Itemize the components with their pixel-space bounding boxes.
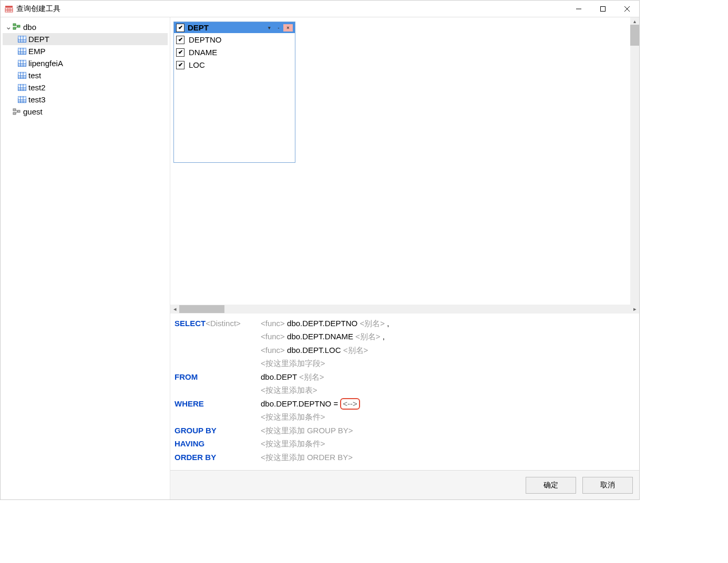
add-groupby-hint[interactable]: <按这里添加 GROUP BY>: [261, 424, 635, 437]
query-builder-window: 查询创建工具 ⌄ dbo DEPT EMP: [0, 0, 640, 500]
scrollbar-thumb[interactable]: [179, 305, 224, 313]
orderby-keyword[interactable]: ORDER BY: [175, 451, 261, 464]
alias-hint[interactable]: <别名>: [299, 372, 324, 381]
design-canvas[interactable]: ✔ DEPT ▾ - × ✔ DEPTNO: [170, 17, 639, 305]
scroll-left-icon[interactable]: ◂: [170, 305, 179, 314]
groupby-keyword[interactable]: GROUP BY: [175, 424, 261, 437]
scrollbar-thumb[interactable]: [630, 25, 639, 46]
where-field[interactable]: dbo.DEPT.DEPTNO: [261, 399, 331, 408]
add-field-hint[interactable]: <按这里添加字段>: [261, 357, 635, 370]
from-table[interactable]: dbo.DEPT: [261, 372, 297, 381]
svg-rect-11: [13, 27, 16, 29]
main-area: ✔ DEPT ▾ - × ✔ DEPTNO: [170, 17, 639, 499]
tree-item-emp[interactable]: EMP: [3, 45, 168, 57]
from-table-row[interactable]: dbo.DEPT <别名>: [261, 370, 635, 384]
add-having-hint[interactable]: <按这里添加条件>: [261, 437, 635, 451]
where-op[interactable]: =: [333, 399, 340, 408]
alias-hint[interactable]: <别名>: [360, 319, 385, 328]
add-table-hint[interactable]: <按这里添加表>: [261, 383, 635, 397]
sql-groupby-row: GROUP BY <按这里添加 GROUP BY>: [175, 424, 635, 437]
maximize-button[interactable]: [591, 1, 615, 17]
sql-select-row: SELECT<Distinct> <func> dbo.DEPT.DEPTNO …: [175, 317, 635, 370]
tree-item-label: test2: [28, 83, 46, 92]
tree-item-test[interactable]: test: [3, 69, 168, 81]
schema-icon: [12, 108, 22, 116]
where-keyword[interactable]: WHERE: [175, 397, 261, 424]
window-controls: [567, 1, 639, 17]
distinct-hint[interactable]: <Distinct>: [206, 319, 241, 328]
column-name: DEPTNO: [189, 35, 222, 44]
svg-rect-51: [13, 109, 16, 111]
alias-hint[interactable]: <别名>: [343, 346, 368, 355]
table-box-header[interactable]: ✔ DEPT ▾ - ×: [174, 22, 295, 33]
select-field[interactable]: dbo.DEPT.LOC: [287, 346, 341, 355]
ok-button[interactable]: 确定: [526, 477, 576, 494]
tree-item-label: test3: [28, 95, 46, 104]
select-keyword[interactable]: SELECT<Distinct>: [175, 317, 261, 370]
column-row[interactable]: ✔ DEPTNO: [174, 33, 295, 46]
table-icon: [17, 48, 27, 55]
footer: 确定 取消: [170, 470, 639, 499]
where-value-placeholder[interactable]: <-->: [340, 398, 360, 410]
tree-root-dbo[interactable]: ⌄ dbo: [3, 20, 168, 33]
tree-item-lipengfeia[interactable]: lipengfeiA: [3, 57, 168, 69]
column-name: LOC: [189, 60, 205, 69]
table-box-min-icon[interactable]: -: [274, 24, 283, 32]
table-box-menu-icon[interactable]: ▾: [264, 24, 274, 32]
close-button[interactable]: [615, 1, 639, 17]
sql-having-row: HAVING <按这里添加条件>: [175, 437, 635, 451]
svg-rect-40: [18, 85, 26, 86]
titlebar: 查询创建工具: [1, 1, 639, 17]
add-orderby-hint[interactable]: <按这里添加 ORDER BY>: [261, 451, 635, 464]
tree-item-dept[interactable]: DEPT: [3, 33, 168, 45]
table-box-close-icon[interactable]: ×: [283, 24, 293, 32]
scrollbar-track[interactable]: [179, 305, 630, 314]
having-keyword[interactable]: HAVING: [175, 437, 261, 451]
svg-rect-22: [18, 48, 26, 50]
tree-item-label: test: [28, 71, 41, 80]
svg-rect-7: [601, 6, 606, 11]
tree-item-guest[interactable]: guest: [3, 106, 168, 118]
add-condition-hint[interactable]: <按这里添加条件>: [261, 410, 635, 424]
sql-where-row: WHERE dbo.DEPT.DEPTNO = <--> <按这里添加条件>: [175, 397, 635, 424]
table-icon: [17, 84, 27, 91]
tree-root-label: dbo: [23, 23, 36, 32]
minimize-button[interactable]: [567, 1, 591, 17]
horizontal-scrollbar[interactable]: ◂ ▸: [170, 305, 639, 314]
func-hint[interactable]: <func>: [261, 346, 285, 355]
svg-rect-0: [5, 6, 13, 7]
select-field-row[interactable]: <func> dbo.DEPT.LOC <别名>: [261, 343, 635, 357]
scroll-up-icon[interactable]: ▴: [630, 17, 639, 25]
alias-hint[interactable]: <别名>: [355, 332, 381, 341]
vertical-scrollbar[interactable]: ▴: [630, 17, 639, 305]
tree-item-label: guest: [23, 107, 43, 116]
from-keyword[interactable]: FROM: [175, 370, 261, 397]
select-field-row[interactable]: <func> dbo.DEPT.DNAME <别名> ,: [261, 330, 635, 343]
func-hint[interactable]: <func>: [261, 332, 285, 341]
tree-item-label: EMP: [28, 47, 46, 56]
svg-rect-1: [5, 8, 13, 12]
table-icon: [17, 36, 27, 43]
select-field-row[interactable]: <func> dbo.DEPT.DEPTNO <别名> ,: [261, 317, 635, 330]
column-checkbox[interactable]: ✔: [176, 48, 184, 57]
scroll-right-icon[interactable]: ▸: [630, 305, 639, 314]
comma: ,: [387, 319, 389, 328]
select-all-checkbox[interactable]: ✔: [176, 24, 184, 32]
svg-rect-53: [17, 110, 20, 112]
select-field[interactable]: dbo.DEPT.DNAME: [287, 332, 353, 341]
schema-tree: ⌄ dbo DEPT EMP lipengfeiA test: [1, 17, 170, 499]
app-icon: [5, 5, 13, 13]
cancel-button[interactable]: 取消: [582, 477, 633, 494]
column-row[interactable]: ✔ DNAME: [174, 46, 295, 58]
column-checkbox[interactable]: ✔: [176, 61, 184, 69]
sql-orderby-row: ORDER BY <按这里添加 ORDER BY>: [175, 451, 635, 464]
table-box-dept[interactable]: ✔ DEPT ▾ - × ✔ DEPTNO: [173, 22, 295, 163]
func-hint[interactable]: <func>: [261, 319, 285, 328]
tree-item-test2[interactable]: test2: [3, 81, 168, 93]
column-row[interactable]: ✔ LOC: [174, 58, 295, 71]
where-cond-row[interactable]: dbo.DEPT.DEPTNO = <-->: [261, 397, 635, 411]
tree-item-test3[interactable]: test3: [3, 93, 168, 106]
column-checkbox[interactable]: ✔: [176, 36, 184, 44]
select-field[interactable]: dbo.DEPT.DEPTNO: [287, 319, 357, 328]
select-body: <func> dbo.DEPT.DEPTNO <别名> , <func> dbo…: [261, 317, 635, 370]
